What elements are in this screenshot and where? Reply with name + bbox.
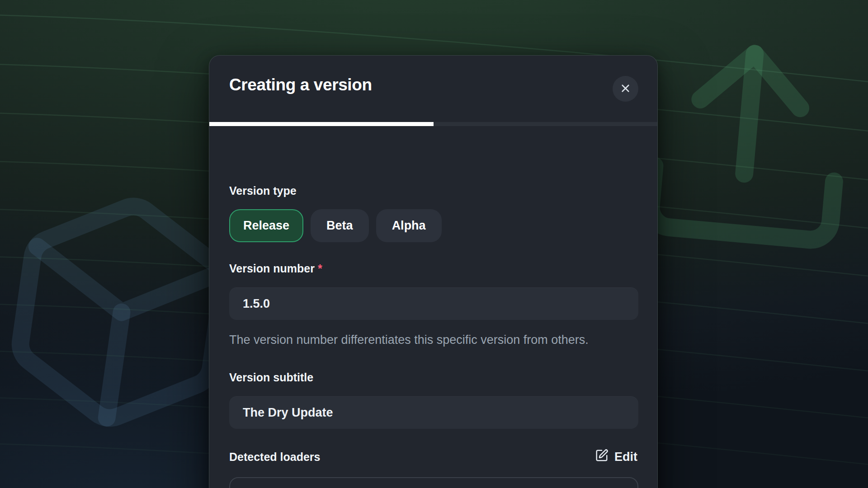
page-title: Creating a version	[229, 75, 637, 94]
detected-loaders-box: Fabric ✕	[229, 477, 638, 488]
required-asterisk: *	[318, 262, 322, 275]
edit-loaders-button[interactable]: Edit	[595, 449, 637, 465]
version-number-label: Version number*	[229, 263, 637, 275]
version-type-group: Release Beta Alpha	[229, 209, 637, 242]
close-icon	[620, 83, 631, 95]
wizard-progress-fill	[209, 122, 434, 126]
version-type-beta-button[interactable]: Beta	[311, 209, 369, 242]
version-type-alpha-button[interactable]: Alpha	[376, 209, 442, 242]
edit-label: Edit	[614, 450, 637, 464]
detected-loaders-label: Detected loaders	[229, 451, 320, 463]
wizard-progress-bar	[209, 122, 657, 126]
modal-body: Version type Release Beta Alpha Version …	[209, 94, 657, 488]
version-subtitle-label: Version subtitle	[229, 371, 637, 384]
version-type-release-button[interactable]: Release	[229, 209, 303, 242]
version-number-input[interactable]	[229, 287, 638, 320]
version-number-help: The version number differentiates this s…	[229, 332, 618, 348]
version-type-label: Version type	[229, 185, 637, 197]
edit-pencil-icon	[595, 449, 609, 465]
close-button[interactable]	[613, 76, 638, 102]
create-version-modal: Creating a version Version type Release …	[209, 55, 658, 488]
detected-loaders-row: Detected loaders Edit	[229, 449, 637, 465]
version-subtitle-input[interactable]	[229, 396, 638, 429]
modal-header: Creating a version	[209, 56, 657, 94]
screen: Creating a version Version type Release …	[0, 0, 868, 488]
